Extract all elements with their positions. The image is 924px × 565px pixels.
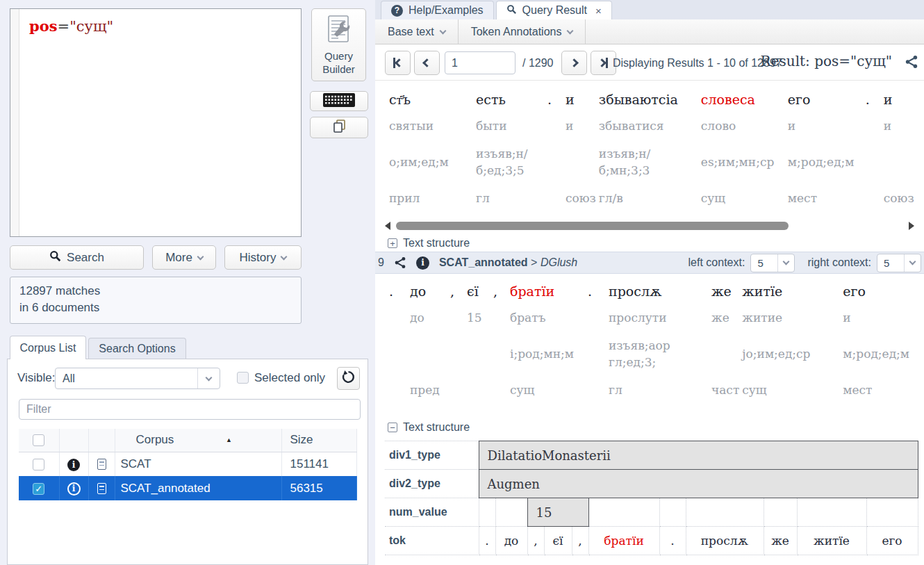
info-icon[interactable]: i [67,482,81,496]
result-document-name[interactable]: DGlush [541,256,577,268]
editor-gutter [10,9,19,236]
document-icon[interactable] [97,459,106,470]
token-match[interactable]: словеса [700,86,786,113]
select-all-checkbox[interactable] [33,434,44,446]
structure-value: 15 [527,498,588,527]
text-structure-toggle-expanded[interactable]: − Text structure [388,420,470,434]
search-button[interactable]: Search [10,245,144,270]
virtual-keyboard-button[interactable] [310,91,368,111]
token[interactable]: же [710,278,741,304]
token[interactable]: , [492,278,509,304]
pos: гл [607,377,710,403]
info-icon[interactable]: i [416,256,429,270]
share-icon[interactable] [905,55,918,72]
token[interactable]: его [786,86,864,113]
minus-icon: − [388,423,397,432]
reload-corpus-button[interactable] [337,367,360,390]
token[interactable]: . [546,86,564,113]
visible-select[interactable]: All [55,368,220,389]
query-editor[interactable]: pos="сущ" [10,8,302,237]
base-text-button[interactable]: Base text [375,19,459,44]
token[interactable]: его [841,278,911,304]
tab-search-options-label: Search Options [99,343,175,355]
scroll-right-icon[interactable] [909,222,914,230]
token[interactable]: прослѫ [607,278,710,304]
selected-only-checkbox[interactable] [237,372,249,384]
scrollbar-track[interactable] [395,222,905,230]
token[interactable]: есть [475,86,546,113]
token: . [479,527,495,555]
row-checkbox[interactable] [33,459,44,470]
page-number-input[interactable] [445,51,515,74]
structure-label: tok [385,527,479,555]
visible-select-value: All [56,372,197,385]
text-structure-toggle-collapsed[interactable]: + Text structure [388,236,470,250]
more-button[interactable]: More [152,245,216,270]
horizontal-scrollbar[interactable] [385,220,914,231]
text-structure-label: Text structure [403,421,470,434]
corpus-list-panel: Visible: All Selected only Corpus [7,359,368,565]
pos: мест [841,377,911,403]
morphology-row: і;род;мн;м изъяв;аор гл;ед;3; јо;им;ед;с… [388,331,911,377]
token[interactable]: , [449,278,465,304]
token-row: ст҃ъ есть . и збываютсіа словеса его . и [388,86,916,113]
pos: гл [475,185,546,211]
token[interactable]: єї [465,278,492,304]
history-button[interactable]: History [224,245,302,270]
chevron-down-icon [777,254,794,272]
token-annotations-button[interactable]: Token Annotations [459,19,586,44]
token[interactable]: и [564,86,597,113]
pos: союз [564,185,597,211]
lemma: и [564,113,597,139]
tab-query-result[interactable]: Query Result × [496,1,612,19]
token[interactable]: збываютсіа [597,86,700,113]
scrollbar-thumb[interactable] [396,222,789,230]
token-match[interactable]: братїи [509,278,586,304]
lemma: житие [741,304,841,331]
token[interactable]: до [409,278,449,304]
first-page-button[interactable] [385,51,411,75]
token[interactable]: и [882,86,916,113]
left-context-label: left context: [688,256,745,269]
query-text: pos="сущ" [29,17,113,35]
text-structure-label: Text structure [403,237,470,249]
next-page-button[interactable] [561,51,587,75]
chevron-left-icon [395,58,404,67]
token[interactable]: ст҃ъ [388,86,475,113]
token[interactable]: . [388,278,409,304]
pos: союз [882,185,916,211]
scroll-left-icon[interactable] [385,222,390,230]
match-count-line1: 12897 matches [19,283,292,300]
token[interactable]: житїе [741,278,841,304]
token[interactable]: . [864,86,882,113]
query-builder-button[interactable]: Query Builder [311,8,366,81]
token: . [659,527,686,555]
right-context-label: right context: [807,256,871,269]
corpus-column-header[interactable]: Corpus [136,433,174,446]
token-annotations-label: Token Annotations [471,26,562,38]
left-context-select[interactable]: 5 [750,254,795,272]
tab-corpus-list[interactable]: Corpus List [10,336,86,359]
previous-page-button[interactable] [414,51,440,75]
table-row-selected[interactable]: ✓ i SCAT_annotated 56315 [19,476,356,500]
morph [864,139,882,185]
info-icon[interactable]: i [67,459,80,471]
tab-help-examples[interactable]: ? Help/Examples [381,1,494,19]
tab-search-options[interactable]: Search Options [88,338,186,359]
corpus-filter-input[interactable] [19,399,361,420]
morph [492,331,509,377]
copy-query-button[interactable] [310,117,368,138]
close-icon[interactable]: × [595,5,602,17]
token[interactable]: . [586,278,607,304]
lemma: слово [700,113,786,139]
query-builder-icon [327,15,351,47]
document-icon[interactable] [97,483,106,494]
share-icon[interactable] [394,256,406,269]
morph [546,139,564,185]
pos: мест [786,185,864,211]
right-context-select[interactable]: 5 [877,254,921,272]
lemma: быти [475,113,546,139]
row-checkbox-checked[interactable]: ✓ [33,483,44,495]
size-column-header[interactable]: Size [290,433,313,446]
table-row[interactable]: i SCAT 151141 [19,452,356,476]
